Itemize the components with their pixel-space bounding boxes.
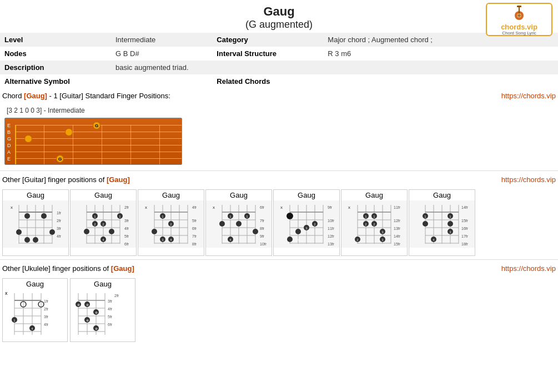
- chord-prefix: Chord: [2, 92, 22, 100]
- svg-point-24: [49, 229, 55, 235]
- chord-section-text: Chord [Gaug] - 1 [Guitar] Standard Finge…: [2, 92, 170, 100]
- page-header: Gaug (G augmented) chords.vip Chord Song…: [0, 0, 558, 33]
- other-guitar-text: Other [Guitar] finger positions of [Gaug…: [2, 175, 130, 184]
- ukulele-diagrams-section: Gaug x 1fr 2fr 3fr 4fr: [0, 276, 558, 344]
- svg-text:⊕: ⊕: [86, 303, 89, 306]
- svg-text:3fr: 3fr: [57, 227, 62, 230]
- fingering-label: [3 2 1 0 0 3] - Intermediate: [4, 105, 554, 115]
- guitar-chord-4[interactable]: Gaug x 6fr 7fr 8fr 9fr 10fr: [205, 189, 272, 256]
- svg-text:9fr: 9fr: [260, 234, 265, 238]
- svg-point-100: [253, 229, 258, 234]
- svg-text:10fr: 10fr: [260, 242, 267, 246]
- chord-subtitle: (G augmented): [0, 19, 558, 31]
- ukulele-chord-2[interactable]: Gaug 2fr 3fr 4fr 5fr 6fr: [70, 278, 135, 342]
- guitar-chord-3[interactable]: Gaug x 4fr 5fr 6fr 7fr 8fr: [138, 189, 204, 256]
- ukulele-chord-title-1: Gaug: [3, 279, 67, 289]
- guitar-chord-diagram-3: x 4fr 5fr 6fr 7fr 8fr: [138, 200, 204, 248]
- svg-text:6fr: 6fr: [192, 227, 197, 230]
- svg-point-73: [152, 229, 157, 234]
- other-guitar-header: Other [Guitar] finger positions of [Gaug…: [0, 172, 558, 187]
- other-guitar-url[interactable]: https://chords.vip: [501, 175, 556, 184]
- guitar-chord-2[interactable]: Gaug 2fr 3fr 4fr 5fr 6fr: [70, 189, 137, 256]
- svg-point-22: [41, 213, 47, 219]
- alt-symbol-label: Alternative Symbol: [0, 74, 111, 88]
- main-chord-diagram-area: [3 2 1 0 0 3] - Intermediate E B G D A E: [0, 103, 558, 169]
- guitar-chord-1[interactable]: Gaug x 1fr 2fr 3fr 4fr: [2, 189, 69, 256]
- svg-text:3fr: 3fr: [44, 315, 49, 319]
- svg-point-48: [109, 229, 114, 234]
- svg-text:14fr: 14fr: [461, 205, 469, 209]
- level-value: Intermediate: [111, 33, 212, 47]
- info-table: Level Intermediate Category Major chord …: [0, 33, 558, 88]
- guitar-chord-6[interactable]: Gaug x 11fr 12fr 13fr 14fr 15fr: [341, 189, 408, 256]
- svg-text:4fr: 4fr: [57, 234, 62, 238]
- svg-text:15fr: 15fr: [394, 242, 401, 246]
- guitar-chord-title-7: Gaug: [409, 190, 475, 200]
- other-ukulele-chord-link[interactable]: [Gaug]: [111, 264, 134, 273]
- guitar-chord-7[interactable]: Gaug 14fr 15fr 16fr 17fr 18fr: [409, 189, 475, 256]
- svg-text:3fr: 3fr: [108, 299, 113, 303]
- ukulele-diagrams-row: Gaug x 1fr 2fr 3fr 4fr: [2, 278, 556, 342]
- guitar-chord-title-1: Gaug: [3, 190, 68, 200]
- guitar-chord-diagram-7: 14fr 15fr 16fr 17fr 18fr: [409, 200, 475, 248]
- svg-text:12fr: 12fr: [394, 219, 401, 223]
- guitar-chord-5[interactable]: Gaug x 9fr 10fr 11fr 12fr 13fr: [273, 189, 340, 256]
- svg-text:16fr: 16fr: [461, 227, 469, 230]
- svg-text:4fr: 4fr: [192, 205, 197, 209]
- svg-text:5fr: 5fr: [124, 234, 129, 238]
- svg-text:6fr: 6fr: [108, 323, 113, 326]
- site-logo[interactable]: chords.vip Chord Song Lyric: [486, 3, 552, 36]
- guitar-chord-diagram-4: x 6fr 7fr 8fr 9fr 10fr: [206, 200, 272, 248]
- svg-text:14fr: 14fr: [394, 234, 401, 238]
- logo-sub: Chord Song Lyric: [502, 31, 536, 36]
- guitar-chord-diagram-2: 2fr 3fr 4fr 5fr 6fr: [71, 200, 136, 248]
- svg-point-125: [287, 237, 293, 242]
- interval-value: R 3 m6: [323, 47, 558, 61]
- svg-point-21: [24, 213, 30, 219]
- chord-title: Gaug: [0, 4, 558, 19]
- nodes-value: G B D#: [111, 47, 212, 61]
- other-guitar-chord-link[interactable]: [Gaug]: [107, 175, 130, 184]
- guitar-chord-diagram-5: x 9fr 10fr 11fr 12fr 13fr: [274, 200, 339, 248]
- other-ukulele-url[interactable]: https://chords.vip: [501, 264, 556, 273]
- related-chords-value: [323, 74, 558, 88]
- guitar-chord-diagram-1: x 1fr 2fr 3fr 4fr: [3, 200, 68, 248]
- guitar-chord-title-4: Gaug: [206, 190, 272, 200]
- svg-text:x: x: [145, 205, 147, 210]
- svg-text:9fr: 9fr: [328, 205, 333, 209]
- ukulele-chord-1[interactable]: Gaug x 1fr 2fr 3fr 4fr: [2, 278, 68, 342]
- other-guitar-prefix: Other [Guitar] finger positions of: [2, 175, 104, 184]
- description-label: Description: [0, 61, 111, 74]
- svg-text:7fr: 7fr: [192, 234, 197, 238]
- svg-text:⊕: ⊕: [95, 327, 98, 330]
- svg-text:⊕: ⊕: [95, 311, 98, 314]
- svg-text:2fr: 2fr: [124, 205, 129, 209]
- guitar-icon: [509, 3, 529, 23]
- uku-x-label-1: x: [5, 290, 8, 296]
- ukulele-chord-title-2: Gaug: [71, 279, 135, 289]
- svg-text:2fr: 2fr: [57, 219, 62, 223]
- chord-section-url[interactable]: https://chords.vip: [501, 92, 556, 100]
- svg-point-26: [33, 237, 38, 243]
- other-ukulele-header: Other [Ukulele] finger positions of [Gau…: [0, 261, 558, 276]
- svg-rect-3: [517, 6, 521, 7]
- description-value: basic augmented triad.: [111, 61, 558, 74]
- svg-point-25: [24, 237, 30, 243]
- main-diagram-container: E B G D A E: [4, 118, 554, 165]
- svg-text:3fr: 3fr: [124, 219, 129, 223]
- svg-text:x: x: [348, 205, 350, 210]
- other-ukulele-text: Other [Ukulele] finger positions of [Gau…: [2, 264, 134, 273]
- svg-text:4: 4: [16, 240, 18, 244]
- other-ukulele-prefix: Other [Ukulele] finger positions of: [2, 264, 109, 273]
- svg-point-47: [84, 229, 89, 234]
- svg-text:5fr: 5fr: [108, 315, 113, 319]
- guitar-chord-title-3: Gaug: [138, 190, 204, 200]
- svg-text:12fr: 12fr: [328, 234, 334, 238]
- guitar-chord-title-2: Gaug: [71, 190, 136, 200]
- svg-text:10fr: 10fr: [328, 219, 334, 223]
- svg-text:1fr: 1fr: [57, 211, 62, 215]
- guitar-chord-title-5: Gaug: [274, 190, 339, 200]
- svg-text:18fr: 18fr: [461, 242, 469, 246]
- chord-name-link[interactable]: [Gaug]: [24, 92, 47, 100]
- svg-text:x: x: [11, 205, 13, 210]
